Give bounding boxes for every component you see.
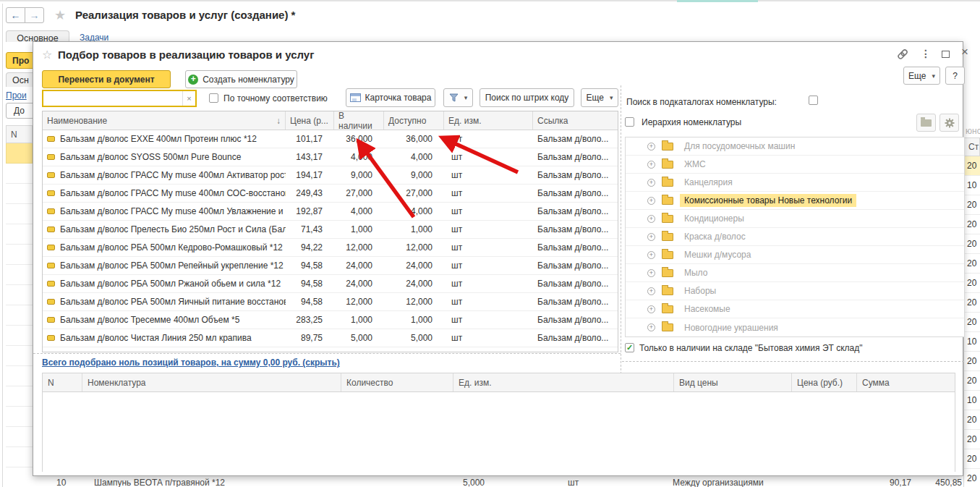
expand-icon[interactable]: + (647, 143, 655, 151)
product-row[interactable]: Бальзам д/волос ГРАСС My muse 400мл Увла… (43, 203, 618, 221)
vat-value-cell: 20 (963, 254, 980, 274)
product-in-stock: 1,000 (334, 311, 384, 329)
product-row[interactable]: Бальзам д/волос Чистая Линия 200 мл 6*12… (43, 347, 618, 352)
table-more-button[interactable]: Еще▾ (581, 88, 618, 107)
tree-item-folder[interactable]: +Мыло (626, 264, 964, 282)
barcode-search-button[interactable]: Поиск по штрих коду (480, 88, 574, 107)
help-button[interactable]: ? (945, 67, 965, 85)
selection-column-header[interactable]: Цена (руб.) (792, 373, 857, 391)
create-nomenclature-button[interactable]: + Создать номенклатуру (185, 70, 297, 88)
expand-icon[interactable]: + (647, 179, 655, 187)
product-row[interactable]: Бальзам д/волос РБА 500мл Ржаной обьем и… (43, 275, 618, 293)
selection-column-header[interactable]: Количество (341, 373, 453, 391)
post-and-close-button[interactable]: Про (6, 52, 33, 69)
tree-item-folder[interactable]: +ЖМС (626, 156, 964, 174)
products-table: Наименование ↓ Цена (р... В наличии Дост… (42, 111, 618, 352)
transfer-label: Перенести в документ (58, 75, 154, 85)
product-row[interactable]: Бальзам д/волос РБА 500мл Репейный укреп… (43, 257, 618, 275)
transfer-to-document-button[interactable]: Перенести в документ (42, 70, 171, 88)
background-link[interactable]: Прои (6, 90, 27, 101)
stock-only-checkbox[interactable]: ✓ (625, 343, 634, 352)
expand-icon[interactable]: + (647, 215, 655, 223)
tree-item-folder[interactable]: +Мешки д/мусора (626, 246, 964, 264)
product-price: 249,43 (286, 185, 334, 202)
forward-button[interactable]: → (25, 7, 44, 23)
column-header-in-stock[interactable]: В наличии (334, 111, 384, 130)
nomenclature-item-icon (47, 317, 55, 323)
tree-item-folder[interactable]: +Насекомые (626, 300, 964, 318)
background-empty-row (6, 305, 33, 326)
pane-splitter[interactable] (621, 85, 621, 407)
product-row[interactable]: Бальзам д/волос Тресемме 400мл Объем *52… (43, 311, 618, 329)
expand-icon[interactable]: + (647, 197, 655, 205)
favorite-star-icon[interactable]: ★ (54, 7, 66, 23)
tree-item-selected[interactable]: +Комиссионные товары Новые технологии (626, 192, 964, 210)
exact-match-checkbox[interactable] (209, 93, 218, 103)
dialog-title: Подбор товаров в реализацию товаров и ус… (58, 48, 314, 61)
move-to-group-button[interactable] (916, 114, 936, 132)
product-ref: Бальзам д/воло... (533, 130, 616, 148)
nomenclature-item-icon (47, 172, 55, 178)
column-header-available[interactable]: Доступно (384, 111, 444, 130)
selection-column-header[interactable]: Вид цены (674, 373, 792, 391)
window-menu-button[interactable]: ⋮ (921, 47, 930, 60)
chevron-down-icon: ▾ (932, 72, 935, 80)
hierarchy-checkbox[interactable] (625, 117, 634, 127)
tree-item-folder[interactable]: +Новогодние украшения (626, 318, 964, 336)
vat-value-cell: 20 (963, 156, 980, 176)
background-empty-rows (6, 164, 33, 487)
column-header-price[interactable]: Цена (р... (286, 111, 334, 130)
background-empty-row (6, 265, 33, 285)
expand-icon[interactable]: + (647, 233, 655, 241)
expand-icon[interactable]: + (647, 269, 655, 277)
background-table-header-n: N (6, 125, 33, 143)
product-available: 24,000 (384, 257, 444, 274)
product-row[interactable]: Бальзам д/волос РБА 500мл Кедрово-Ромашк… (43, 239, 618, 257)
product-row[interactable]: Бальзам д/волос Чистая Линия 250 мл крап… (43, 329, 618, 347)
expand-icon[interactable]: + (647, 323, 655, 331)
tree-settings-button[interactable] (939, 114, 959, 132)
tree-item-folder[interactable]: +Для посудомоечных машин (626, 137, 964, 156)
background-selected-row[interactable] (6, 143, 33, 164)
background-empty-row (6, 346, 33, 366)
tree-item-folder[interactable]: +Кондиционеры (626, 210, 964, 228)
close-dialog-button[interactable]: × (960, 46, 970, 59)
tree-item-folder[interactable]: +Наборы (626, 282, 964, 300)
product-unit: шт (444, 293, 533, 310)
product-row[interactable]: Бальзам д/волос Прелесть Био 250мл Рост … (43, 221, 618, 239)
tree-item-folder[interactable]: +Краска д/волос (626, 228, 964, 246)
product-row[interactable]: Бальзам д/волос ГРАСС My muse 400мл Акти… (43, 166, 618, 185)
column-header-name[interactable]: Наименование ↓ (43, 111, 286, 130)
expand-icon[interactable]: + (647, 161, 655, 169)
selection-column-header[interactable]: Сумма (857, 373, 955, 391)
product-row[interactable]: Бальзам д/волос РБА 500мл Яичный питание… (43, 293, 618, 311)
clear-search-button[interactable]: × (182, 91, 195, 106)
dialog-more-button[interactable]: Еще▾ (903, 67, 940, 85)
product-row[interactable]: Бальзам д/волос SYOSS 500мл Pure Bounce1… (43, 148, 618, 166)
back-button[interactable]: ← (6, 7, 25, 23)
product-card-button[interactable]: Карточка товара (346, 88, 435, 107)
background-tab-main[interactable]: Осн (6, 72, 33, 87)
hierarchy-label: Иерархия номенклатуры (642, 117, 741, 127)
column-header-ref[interactable]: Ссылка (533, 111, 616, 130)
selection-column-header[interactable]: Номенклатура (82, 373, 341, 391)
add-row-button[interactable]: До (6, 103, 33, 119)
vat-value-cell: 20 (963, 469, 980, 487)
column-header-unit[interactable]: Ед. изм. (444, 111, 533, 130)
selection-summary-link[interactable]: Всего подобрано ноль позиций товаров, на… (42, 357, 340, 368)
expand-icon[interactable]: + (647, 287, 655, 295)
tab-main[interactable]: Основное (6, 30, 69, 42)
filter-dropdown-button[interactable]: ▾ (443, 88, 473, 107)
get-link-button[interactable] (896, 48, 909, 60)
expand-icon[interactable]: + (647, 305, 655, 313)
expand-icon[interactable]: + (647, 251, 655, 259)
subcatalog-search-checkbox[interactable] (809, 96, 818, 105)
search-input[interactable] (43, 91, 182, 106)
dialog-favorite-star-icon[interactable]: ☆ (42, 48, 52, 62)
restore-window-button[interactable] (940, 49, 950, 59)
tree-item-folder[interactable]: +Канцелярия (626, 174, 964, 192)
product-row[interactable]: Бальзам д/волос EXXE 400мл Протеин плюс … (43, 130, 618, 148)
product-row[interactable]: Бальзам д/волос ГРАСС My muse 400мл СОС-… (43, 185, 618, 203)
selection-column-header[interactable]: Ед. изм. (453, 373, 674, 391)
selection-column-header[interactable]: N (43, 373, 82, 391)
